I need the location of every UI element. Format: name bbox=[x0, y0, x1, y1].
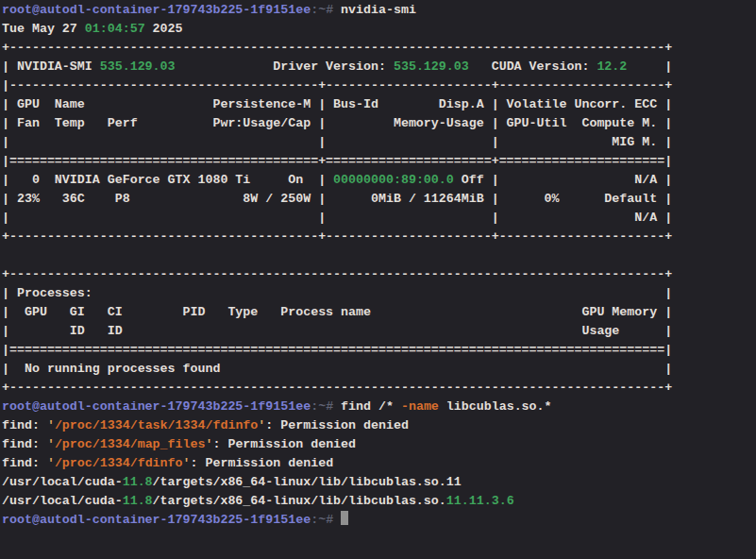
terminal-text: Driver Version: bbox=[176, 59, 394, 74]
header-row-3: | | | MIG M. | bbox=[2, 133, 756, 152]
terminal-text: +---------------------------------------… bbox=[2, 381, 672, 395]
prompt-line-find: root@autodl-container-179743b225-1f9151e… bbox=[2, 398, 756, 416]
terminal-text: Off | N/A | bbox=[454, 173, 672, 187]
find-name-flag: -name bbox=[401, 399, 439, 414]
terminal-text: ' bbox=[47, 437, 55, 451]
prompt-line-nvidia-smi: root@autodl-container-179743b225-1f9151e… bbox=[2, 1, 756, 20]
terminal-text: /usr/local/cuda- bbox=[2, 494, 123, 508]
find-result-2: /usr/local/cuda-11.8/targets/x86_64-linu… bbox=[2, 492, 756, 511]
terminal-output: root@autodl-container-179743b225-1f9151e… bbox=[2, 1, 756, 530]
table-divider: |---------------------------------------… bbox=[2, 76, 756, 95]
terminal-text: ' bbox=[47, 456, 55, 470]
terminal-text: : Permission denied bbox=[265, 418, 409, 432]
terminal-text: | | | N/A | bbox=[2, 211, 672, 225]
terminal-text: /usr/local/cuda- bbox=[2, 475, 123, 489]
proc-empty-row: | No running processes found | bbox=[2, 360, 756, 379]
terminal-text: | bbox=[627, 59, 672, 74]
terminal-text: /targets/x86_64-linux/lib/libcublas.so.1… bbox=[153, 475, 462, 489]
terminal-text: | Fan Temp Perf Pwr:Usage/Cap | Memory-U… bbox=[2, 116, 672, 130]
timestamp-line: Tue May 27 01:04:57 2025 bbox=[2, 20, 756, 39]
proc-header-2: | ID ID Usage | bbox=[2, 322, 756, 341]
terminal-text: find: bbox=[2, 418, 47, 432]
terminal[interactable]: root@autodl-container-179743b225-1f9151e… bbox=[0, 0, 756, 559]
terminal-text: 01:04:57 bbox=[85, 22, 145, 36]
table-divider-eq: |=======================================… bbox=[2, 152, 756, 171]
find-error-2: find: '/proc/1334/map_files': Permission… bbox=[2, 435, 756, 454]
prompt-user-host: root@autodl-container-179743b225-1f9151e… bbox=[2, 3, 311, 17]
prompt-symbol: :~# bbox=[311, 513, 341, 527]
proc-title-row: | Processes: | bbox=[2, 284, 756, 303]
bus-id-value: 00000000:89:00.0 bbox=[333, 173, 454, 187]
terminal-text: find: bbox=[2, 456, 47, 470]
terminal-text: |=======================================… bbox=[2, 343, 672, 357]
prompt-line-current: root@autodl-container-179743b225-1f9151e… bbox=[2, 511, 756, 530]
terminal-text: 11.8 bbox=[123, 475, 153, 489]
terminal-text: 12.2 bbox=[596, 59, 627, 74]
proc-border-top: +---------------------------------------… bbox=[2, 265, 756, 284]
terminal-text: |---------------------------------------… bbox=[2, 78, 672, 93]
terminal-text: /targets/x86_64-linux/lib/libcublas.so. bbox=[153, 494, 446, 508]
prompt-symbol: :~# bbox=[311, 3, 341, 17]
terminal-text: +---------------------------------------… bbox=[2, 41, 672, 55]
command-find: find /* bbox=[341, 399, 401, 414]
header-row-1: | GPU Name Persistence-M | Bus-Id Disp.A… bbox=[2, 95, 756, 114]
blank-line bbox=[2, 246, 756, 265]
table-border-bottom: +---------------------------------------… bbox=[2, 228, 756, 246]
terminal-text: | No running processes found | bbox=[2, 362, 672, 376]
command-nvidia-smi: nvidia-smi bbox=[341, 3, 416, 17]
gpu-row-1: | 0 NVIDIA GeForce GTX 1080 Ti On | 0000… bbox=[2, 171, 756, 190]
terminal-text: | GPU GI CI PID Type Process name GPU Me… bbox=[2, 305, 672, 319]
terminal-text: : Permission denied bbox=[191, 456, 334, 470]
find-error-3: find: '/proc/1334/fdinfo': Permission de… bbox=[2, 454, 756, 473]
find-pattern: libcublas.so.* bbox=[439, 399, 552, 414]
terminal-text: 2025 bbox=[145, 22, 183, 36]
terminal-text: | GPU Name Persistence-M | Bus-Id Disp.A… bbox=[2, 97, 672, 111]
smi-version-row: | NVIDIA-SMI 535.129.03 Driver Version: … bbox=[2, 58, 756, 76]
terminal-text: | Processes: | bbox=[2, 286, 672, 300]
terminal-text: 535.129.03 bbox=[100, 59, 176, 74]
terminal-cursor bbox=[341, 511, 348, 525]
denied-path: /proc/1334/fdinfo bbox=[55, 456, 183, 470]
table-border-top: +---------------------------------------… bbox=[2, 39, 756, 58]
terminal-text: | | | MIG M. | bbox=[2, 135, 672, 149]
proc-header-1: | GPU GI CI PID Type Process name GPU Me… bbox=[2, 303, 756, 322]
prompt-symbol: :~# bbox=[311, 399, 341, 414]
terminal-text: 535.129.03 bbox=[394, 59, 469, 74]
terminal-text: | ID ID Usage | bbox=[2, 324, 672, 338]
terminal-text: find: bbox=[2, 437, 47, 451]
terminal-text: ' bbox=[47, 418, 55, 432]
terminal-text: Tue May 27 bbox=[2, 22, 85, 36]
denied-path: /proc/1334/task/1334/fdinfo bbox=[55, 418, 258, 432]
terminal-text: ' bbox=[183, 456, 191, 470]
terminal-text: CUDA Version: bbox=[469, 59, 597, 74]
denied-path: /proc/1334/map_files bbox=[55, 437, 206, 451]
terminal-text: |=======================================… bbox=[2, 154, 672, 168]
terminal-text: | 0 NVIDIA GeForce GTX 1080 Ti On | bbox=[2, 173, 333, 187]
terminal-text: +---------------------------------------… bbox=[2, 229, 672, 244]
terminal-text: | 23% 36C P8 8W / 250W | 0MiB / 11264MiB… bbox=[2, 192, 672, 206]
terminal-text: 11.11.3.6 bbox=[446, 494, 514, 508]
gpu-row-2: | 23% 36C P8 8W / 250W | 0MiB / 11264MiB… bbox=[2, 190, 756, 209]
terminal-text: : Permission denied bbox=[212, 437, 356, 451]
prompt-user-host: root@autodl-container-179743b225-1f9151e… bbox=[2, 513, 311, 527]
terminal-text: 11.8 bbox=[123, 494, 153, 508]
proc-border-bottom: +---------------------------------------… bbox=[2, 379, 756, 398]
prompt-user-host: root@autodl-container-179743b225-1f9151e… bbox=[2, 399, 311, 414]
terminal-text: +---------------------------------------… bbox=[2, 267, 672, 281]
proc-divider-eq: |=======================================… bbox=[2, 341, 756, 360]
terminal-text: | NVIDIA-SMI bbox=[2, 59, 100, 74]
find-result-1: /usr/local/cuda-11.8/targets/x86_64-linu… bbox=[2, 473, 756, 492]
gpu-row-3: | | | N/A | bbox=[2, 209, 756, 228]
header-row-2: | Fan Temp Perf Pwr:Usage/Cap | Memory-U… bbox=[2, 114, 756, 133]
find-error-1: find: '/proc/1334/task/1334/fdinfo': Per… bbox=[2, 416, 756, 435]
